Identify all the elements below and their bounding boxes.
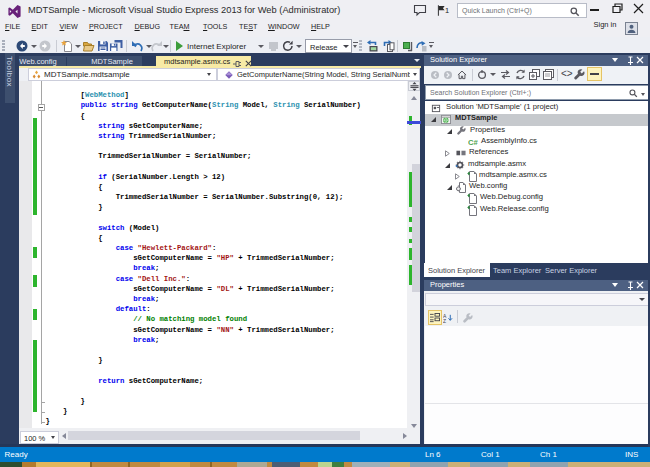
svg-text:C#: C# (468, 138, 479, 146)
svg-text:Z: Z (443, 318, 446, 323)
